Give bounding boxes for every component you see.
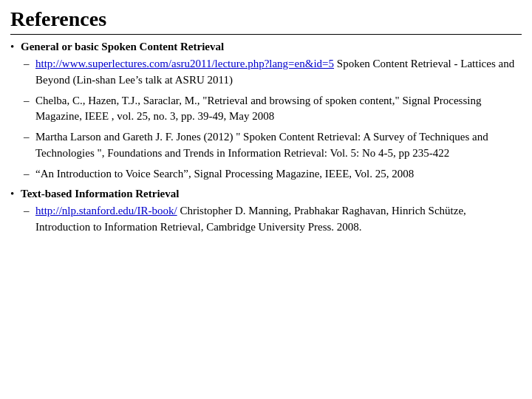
reference-item: http://www.superlectures.com/asru2011/le…: [21, 56, 522, 89]
section-title: General or basic Spoken Content Retrieva…: [21, 41, 224, 52]
reference-link[interactable]: http://nlp.stanford.edu/IR-book/: [35, 205, 177, 216]
references-list: General or basic Spoken Content Retrieva…: [10, 41, 522, 236]
page-title: References: [10, 7, 522, 35]
reference-item: http://nlp.stanford.edu/IR-book/ Christo…: [21, 203, 522, 236]
reference-item: Martha Larson and Gareth J. F. Jones (20…: [21, 129, 522, 162]
reference-item: Chelba, C., Hazen, T.J., Saraclar, M., "…: [21, 93, 522, 126]
reference-link[interactable]: http://www.superlectures.com/asru2011/le…: [35, 58, 334, 69]
section-item-section-general: General or basic Spoken Content Retrieva…: [10, 41, 522, 182]
reference-item: “An Introduction to Voice Search”, Signa…: [21, 166, 522, 183]
section-item-section-textbased: Text-based Information Retrievalhttp://n…: [10, 188, 522, 236]
section-title: Text-based Information Retrieval: [21, 188, 179, 200]
